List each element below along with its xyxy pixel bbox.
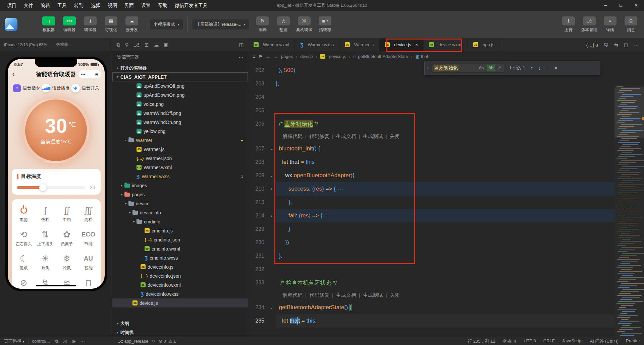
outline-icon[interactable]: ≡	[253, 54, 255, 59]
breadcrumb-getBluetoothAdapterState[interactable]: ◇getBluetoothAdapterState	[353, 54, 408, 59]
temperature-slider[interactable]	[17, 186, 85, 189]
toolbar-button-上传[interactable]: ↥上传	[560, 16, 577, 33]
code-line-234[interactable]: 234⌄ getBluetoothAdapterState() {	[248, 301, 644, 314]
source-control-icon[interactable]: ⎇	[134, 42, 140, 48]
breadcrumb-that[interactable]: ▣that	[415, 54, 428, 59]
tree-item-cmdinfo[interactable]: ▾cmdinfo	[112, 217, 248, 226]
voice-button-语音播报[interactable]: ▁▃▅▇语音播报	[42, 84, 70, 92]
toolbar-button-预览[interactable]: ◎预览	[275, 16, 292, 33]
toolbar-button-消息[interactable]: Ω消息	[623, 16, 639, 33]
status-ai-assistant[interactable]: AI 问答 (Ctrl+I)	[590, 338, 619, 344]
toolbar-button-调试器[interactable]: ⚷调试器	[82, 16, 99, 33]
status-language-mode[interactable]: JavaScript	[562, 338, 583, 344]
split-editor-icon[interactable]: ◫	[624, 42, 628, 48]
capsule-more-icon[interactable]: •••	[81, 72, 85, 76]
capsule-home-icon[interactable]: ◉	[95, 72, 99, 76]
temperature-dial[interactable]: 30 ℃ 当前温度15℃	[23, 97, 89, 163]
tab-device.js[interactable]: JSdevice.js×	[379, 39, 424, 51]
menu-视图[interactable]: 视图	[104, 0, 121, 11]
code-line-205[interactable]: 205	[248, 104, 644, 117]
codelens-link-生成文档[interactable]: 生成文档	[336, 292, 356, 298]
more-actions-icon[interactable]: ⋯	[634, 42, 639, 48]
hot-reload-toggle[interactable]: 热重载..	[56, 42, 70, 48]
minimap[interactable]	[614, 85, 644, 337]
section-时间线[interactable]: ▸时间线	[112, 328, 248, 337]
tree-item-device.js[interactable]: JSdevice.js	[112, 298, 248, 307]
code-line-233[interactable]: 233 /* 检查本机蓝牙状态 */	[248, 276, 644, 289]
control-中档[interactable]: ∬中档	[56, 205, 77, 223]
find-close-button[interactable]: ×	[554, 65, 557, 71]
tree-item-cmdinfo.json[interactable]: {…}cmdinfo.json	[112, 235, 248, 244]
simulator-more-icon[interactable]: ⋯	[104, 43, 108, 47]
tree-item-yellow.png[interactable]: yellow.png	[112, 127, 248, 136]
forward-arrow-icon[interactable]: →	[273, 54, 278, 59]
tree-item-pages[interactable]: ▾pages	[112, 190, 248, 199]
control-睡眠[interactable]: ☾睡眠	[13, 254, 35, 271]
bookmark-icon[interactable]: ⚑	[258, 54, 263, 59]
menu-编辑[interactable]: 编辑	[37, 0, 54, 11]
control-热风[interactable]: ☀热风	[35, 254, 56, 271]
control-干衣[interactable]: ⊓干衣	[77, 278, 99, 289]
codelens-link-代码修复[interactable]: 代码修复	[309, 133, 329, 140]
toolbar-button-详情[interactable]: ≡详情	[602, 16, 619, 33]
find-next-button[interactable]: ↓	[538, 65, 541, 71]
toolbar-button-云开发[interactable]: ☁云开发	[123, 16, 140, 33]
watch-icon[interactable]: ◉	[72, 339, 75, 344]
code-line-235[interactable]: 235 let that = this;	[248, 314, 644, 328]
code-line-230[interactable]: 230 })	[248, 236, 644, 249]
device-selector[interactable]: iPhone 12/13 (Pro) 63% ...	[4, 43, 51, 47]
code-line-203[interactable]: 203},	[248, 77, 644, 90]
tree-item-deviceinfo.wxss[interactable]: Ʒdeviceinfo.wxss	[112, 289, 248, 298]
menu-界面[interactable]: 界面	[121, 0, 138, 11]
control-电源[interactable]: 电源	[13, 205, 35, 223]
tab-Warmer.wxss[interactable]: ƷWarmer.wxss	[295, 39, 339, 51]
control-上下摇头[interactable]: ⇅上下摇头	[35, 229, 56, 247]
tree-item-Warmer.js[interactable]: JSWarmer.js	[112, 145, 248, 154]
control-常规[interactable]: ≋常规	[56, 278, 77, 289]
menu-工具[interactable]: 工具	[54, 0, 70, 11]
toolbar-button-清缓存[interactable]: ≣▾清缓存	[317, 16, 333, 33]
compare-icon[interactable]: ⇆	[614, 42, 618, 48]
tab-device.wxml[interactable]: <>device.wxml	[424, 39, 468, 51]
fold-icon[interactable]: ⌄	[268, 142, 276, 155]
code-line-208[interactable]: 208 let that = this	[248, 155, 644, 169]
toolbar-button-版本管理[interactable]: ⎇版本管理	[581, 16, 598, 33]
minimize-button[interactable]: ─	[598, 0, 613, 11]
tree-item-Warmer.json[interactable]: {…}Warmer.json	[112, 154, 248, 163]
compile-mode-select[interactable]: 【局部编译】release-... ▾	[193, 19, 249, 29]
toolbar-button-可视化[interactable]: ▦可视化	[103, 16, 119, 33]
problems-indicator[interactable]: ⊗ 0 ⚠ 1	[159, 339, 176, 344]
more-icon[interactable]: ⋯	[80, 339, 85, 344]
comment-icon[interactable]: 🗨	[604, 42, 608, 48]
control-智能[interactable]: AU智能	[77, 254, 99, 271]
find-input[interactable]: 蓝牙初始化 Aa Ab .*	[431, 63, 504, 73]
slider-thumb[interactable]	[39, 184, 47, 191]
control-左右摇头[interactable]: ⟲左右摇头	[13, 229, 35, 247]
codelens-link-代码修复[interactable]: 代码修复	[309, 292, 329, 298]
split-icon[interactable]: ⊞	[145, 42, 149, 48]
close-icon[interactable]: ×	[416, 42, 418, 47]
toolbar-button-编译[interactable]: ↻编译	[254, 16, 271, 33]
menu-微信开发者工具[interactable]: 微信开发者工具	[171, 0, 211, 11]
tab-app.js[interactable]: JSapp.js	[468, 39, 500, 51]
code-line-214[interactable]: 214› fail: (res) => { ⋯	[248, 209, 644, 222]
code-line-229[interactable]: 229 }	[248, 222, 644, 236]
control-除湿[interactable]: ⊘除湿	[13, 278, 35, 289]
debug-icon[interactable]: Ж	[63, 339, 67, 344]
code-line-231[interactable]: 231 },	[248, 249, 644, 263]
menu-项目[interactable]: 项目	[3, 0, 20, 11]
maximize-button[interactable]: □	[613, 0, 629, 11]
json-config-icon[interactable]: {…} a	[586, 42, 598, 48]
tree-item-images[interactable]: ▸images	[112, 181, 248, 190]
toolbar-button-编辑器[interactable]: </>编辑器	[61, 16, 78, 33]
code-line-210[interactable]: 210› success: (res) => { ⋯	[248, 182, 644, 196]
match-case-toggle[interactable]: Aa	[478, 65, 485, 71]
tab-Warmer.wxml[interactable]: <>Warmer.wxml	[248, 39, 295, 51]
whole-word-toggle[interactable]: Ab	[487, 65, 495, 71]
files-icon[interactable]: ⧉	[116, 42, 120, 48]
page-path-selector[interactable]: 页面路径 ▾	[4, 338, 24, 344]
tree-item-Warmer.wxml[interactable]: <>Warmer.wxml	[112, 163, 248, 172]
control-高档[interactable]: ∭高档	[77, 205, 99, 223]
code-editor[interactable]: 202 }, 500)203},204205206 /* 蓝牙初始化 */解释代…	[248, 62, 644, 337]
back-arrow-icon[interactable]: ←	[266, 54, 270, 59]
